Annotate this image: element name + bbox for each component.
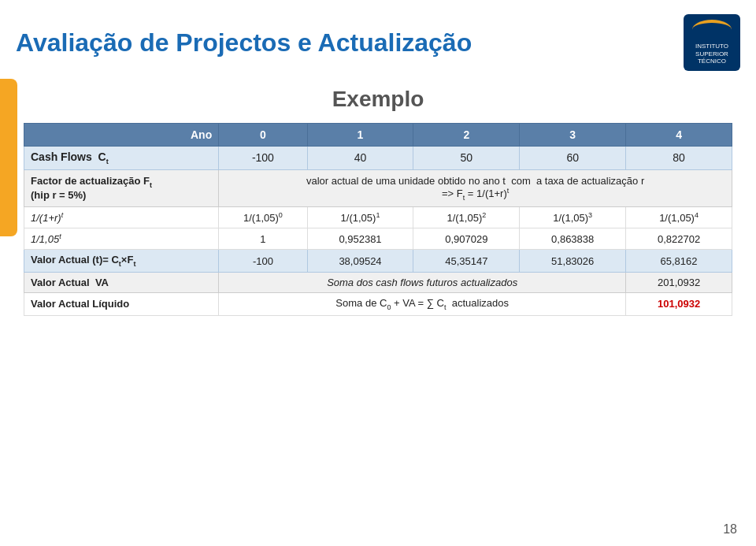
ft2-sup: t bbox=[507, 187, 510, 195]
page-title: Avaliação de Projectos e Actualização bbox=[16, 28, 472, 58]
cf-col-0: -100 bbox=[219, 147, 307, 170]
cf-col-2: 50 bbox=[413, 147, 520, 170]
factor-explanation: valor actual de uma unidade obtido no an… bbox=[219, 169, 732, 206]
formula2-label: 1/1,05t bbox=[24, 228, 219, 250]
cf-col-1: 40 bbox=[307, 147, 413, 170]
va-col-3: 51,83026 bbox=[520, 250, 626, 273]
val-value: 101,0932 bbox=[626, 292, 732, 315]
f2-col-1: 0,952381 bbox=[307, 228, 413, 250]
cashflows-label: Cash Flows Ct bbox=[24, 147, 219, 170]
ct-sub: t bbox=[106, 158, 109, 165]
f1-col-3: 1/(1,05)3 bbox=[520, 206, 626, 228]
main-table: Ano 0 1 2 3 4 Cash Flows Ct -100 40 50 6… bbox=[24, 123, 732, 316]
factor-row: Factor de actualização Ft (hip r = 5%) v… bbox=[24, 169, 732, 206]
f2-col-0: 1 bbox=[219, 228, 307, 250]
page-number: 18 bbox=[723, 522, 737, 537]
va-col-2: 45,35147 bbox=[413, 250, 520, 273]
main-content: Exemplo Ano 0 1 2 3 4 Cash Flows Ct -100… bbox=[0, 79, 756, 324]
header-col-1: 1 bbox=[307, 124, 413, 147]
f2-col-3: 0,863838 bbox=[520, 228, 626, 250]
logo-text: INSTITUTOSUPERIORTÉCNICO bbox=[695, 43, 728, 65]
va-col-0: -100 bbox=[219, 250, 307, 273]
va-col-4: 65,8162 bbox=[626, 250, 732, 273]
f1-col-4: 1/(1,05)4 bbox=[626, 206, 732, 228]
val-result: 101,0932 bbox=[658, 298, 700, 310]
f1-col-0: 1/(1,05)0 bbox=[219, 206, 307, 228]
cf-col-4: 80 bbox=[626, 147, 732, 170]
header-col-4: 4 bbox=[626, 124, 732, 147]
cashflows-row: Cash Flows Ct -100 40 50 60 80 bbox=[24, 147, 732, 170]
valor-actual-label: Valor Actual (t)= Ct×Ft bbox=[24, 250, 219, 273]
va-label: Valor Actual VA bbox=[24, 272, 219, 292]
ct3-sub: t bbox=[444, 303, 447, 311]
vt-sub: t bbox=[119, 260, 121, 268]
header-ano-label: Ano bbox=[24, 124, 219, 147]
f2-col-4: 0,822702 bbox=[626, 228, 732, 250]
valor-actual-row: Valor Actual (t)= Ct×Ft -100 38,09524 45… bbox=[24, 250, 732, 273]
f2-col-2: 0,907029 bbox=[413, 228, 520, 250]
va-value: 201,0932 bbox=[626, 272, 732, 292]
formula1-label: 1/(1+r)t bbox=[24, 206, 219, 228]
logo: INSTITUTOSUPERIORTÉCNICO bbox=[684, 14, 740, 71]
left-decoration bbox=[0, 79, 17, 236]
val-row: Valor Actual Líquido Soma de C0 + VA = ∑… bbox=[24, 292, 732, 315]
header: Avaliação de Projectos e Actualização IN… bbox=[0, 0, 756, 79]
val-label: Valor Actual Líquido bbox=[24, 292, 219, 315]
ft2-sub: t bbox=[463, 194, 465, 202]
f1-col-2: 1/(1,05)2 bbox=[413, 206, 520, 228]
vt-sub2: t bbox=[133, 260, 135, 268]
cf-col-3: 60 bbox=[520, 147, 626, 170]
header-col-3: 3 bbox=[520, 124, 626, 147]
table-wrap: Ano 0 1 2 3 4 Cash Flows Ct -100 40 50 6… bbox=[24, 123, 732, 316]
va-row: Valor Actual VA Soma dos cash flows futu… bbox=[24, 272, 732, 292]
section-heading: Exemplo bbox=[24, 87, 732, 112]
ft-sub: t bbox=[150, 181, 152, 189]
va-col-1: 38,09524 bbox=[307, 250, 413, 273]
c0-sub: 0 bbox=[387, 303, 391, 311]
va-explanation: Soma dos cash flows futuros actualizados bbox=[219, 272, 626, 292]
header-col-2: 2 bbox=[413, 124, 520, 147]
factor-label: Factor de actualização Ft (hip r = 5%) bbox=[24, 169, 219, 206]
f1-col-1: 1/(1,05)1 bbox=[307, 206, 413, 228]
f2-sup: t bbox=[59, 232, 61, 240]
header-row: Ano 0 1 2 3 4 bbox=[24, 124, 732, 147]
formula2-row: 1/1,05t 1 0,952381 0,907029 0,863838 0,8… bbox=[24, 228, 732, 250]
val-explanation: Soma de C0 + VA = ∑ Ct actualizados bbox=[219, 292, 626, 315]
logo-arc-icon bbox=[692, 20, 732, 39]
header-col-0: 0 bbox=[219, 124, 307, 147]
f1-sup: t bbox=[61, 211, 64, 219]
formula1-row: 1/(1+r)t 1/(1,05)0 1/(1,05)1 1/(1,05)2 1… bbox=[24, 206, 732, 228]
